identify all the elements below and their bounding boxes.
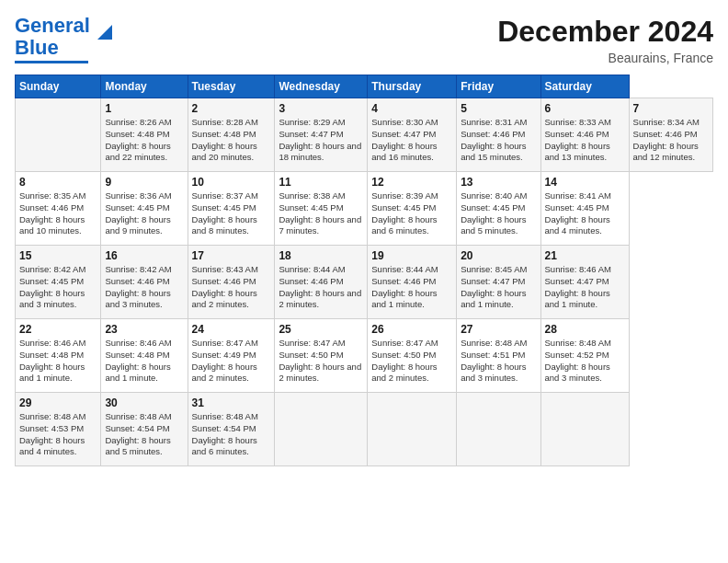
day-number: 28 <box>545 323 625 336</box>
day-info: Sunrise: 8:31 AMSunset: 4:46 PMDaylight:… <box>461 117 536 164</box>
location: Beaurains, France <box>497 51 713 65</box>
calendar-day-header: Friday <box>457 75 540 98</box>
day-number: 6 <box>545 102 625 115</box>
calendar-cell: 1Sunrise: 8:26 AMSunset: 4:48 PMDaylight… <box>101 98 188 172</box>
calendar-cell: 31Sunrise: 8:48 AMSunset: 4:54 PMDayligh… <box>188 393 275 466</box>
calendar-cell <box>457 393 540 466</box>
day-number: 26 <box>371 323 452 336</box>
calendar-week-row: 22Sunrise: 8:46 AMSunset: 4:48 PMDayligh… <box>16 319 713 393</box>
calendar-cell: 4Sunrise: 8:30 AMSunset: 4:47 PMDaylight… <box>368 98 457 172</box>
calendar-header-row: SundayMondayTuesdayWednesdayThursdayFrid… <box>16 75 713 98</box>
calendar-cell: 14Sunrise: 8:41 AMSunset: 4:45 PMDayligh… <box>540 172 629 246</box>
day-number: 21 <box>545 249 625 262</box>
calendar-cell: 20Sunrise: 8:45 AMSunset: 4:47 PMDayligh… <box>457 246 540 319</box>
calendar-cell: 9Sunrise: 8:36 AMSunset: 4:45 PMDaylight… <box>101 172 188 246</box>
calendar-cell <box>368 393 457 466</box>
calendar-cell <box>16 98 101 172</box>
day-info: Sunrise: 8:34 AMSunset: 4:46 PMDaylight:… <box>633 117 709 164</box>
day-info: Sunrise: 8:48 AMSunset: 4:54 PMDaylight:… <box>105 411 183 458</box>
day-number: 31 <box>192 396 271 409</box>
day-number: 2 <box>192 102 271 115</box>
day-number: 8 <box>19 176 97 189</box>
calendar-cell: 16Sunrise: 8:42 AMSunset: 4:46 PMDayligh… <box>101 246 188 319</box>
calendar-week-row: 15Sunrise: 8:42 AMSunset: 4:45 PMDayligh… <box>16 246 713 319</box>
day-number: 20 <box>461 249 536 262</box>
day-number: 24 <box>192 323 271 336</box>
calendar-cell: 13Sunrise: 8:40 AMSunset: 4:45 PMDayligh… <box>457 172 540 246</box>
logo-icon <box>92 19 118 45</box>
day-info: Sunrise: 8:29 AMSunset: 4:47 PMDaylight:… <box>279 117 363 164</box>
day-info: Sunrise: 8:43 AMSunset: 4:46 PMDaylight:… <box>192 264 271 311</box>
calendar-cell: 24Sunrise: 8:47 AMSunset: 4:49 PMDayligh… <box>188 319 275 393</box>
calendar-cell: 7Sunrise: 8:34 AMSunset: 4:46 PMDaylight… <box>629 98 712 172</box>
calendar-cell: 8Sunrise: 8:35 AMSunset: 4:46 PMDaylight… <box>16 172 101 246</box>
day-number: 30 <box>105 396 183 409</box>
day-number: 9 <box>105 176 183 189</box>
calendar-cell: 22Sunrise: 8:46 AMSunset: 4:48 PMDayligh… <box>16 319 101 393</box>
calendar-week-row: 8Sunrise: 8:35 AMSunset: 4:46 PMDaylight… <box>16 172 713 246</box>
day-info: Sunrise: 8:28 AMSunset: 4:48 PMDaylight:… <box>192 117 271 164</box>
day-number: 14 <box>545 176 625 189</box>
day-number: 7 <box>633 102 709 115</box>
calendar-table: SundayMondayTuesdayWednesdayThursdayFrid… <box>15 75 713 466</box>
day-number: 10 <box>192 176 271 189</box>
calendar-cell <box>540 393 629 466</box>
calendar-day-header: Saturday <box>540 75 629 98</box>
calendar-week-row: 1Sunrise: 8:26 AMSunset: 4:48 PMDaylight… <box>16 98 713 172</box>
day-info: Sunrise: 8:37 AMSunset: 4:45 PMDaylight:… <box>192 190 271 237</box>
calendar-day-header: Sunday <box>16 75 101 98</box>
calendar-cell: 19Sunrise: 8:44 AMSunset: 4:46 PMDayligh… <box>368 246 457 319</box>
day-number: 22 <box>19 323 97 336</box>
calendar-day-header: Tuesday <box>188 75 275 98</box>
day-number: 11 <box>279 176 363 189</box>
logo-underline <box>15 61 88 63</box>
title-block: December 2024 Beaurains, France <box>497 15 713 65</box>
logo-text: General Blue <box>15 15 90 59</box>
day-number: 19 <box>371 249 452 262</box>
page-header: General Blue December 2024 Beaurains, Fr… <box>15 15 713 65</box>
day-info: Sunrise: 8:44 AMSunset: 4:46 PMDaylight:… <box>371 264 452 311</box>
day-number: 4 <box>371 102 452 115</box>
day-info: Sunrise: 8:39 AMSunset: 4:45 PMDaylight:… <box>371 190 452 237</box>
calendar-cell: 6Sunrise: 8:33 AMSunset: 4:46 PMDaylight… <box>540 98 629 172</box>
calendar-cell: 26Sunrise: 8:47 AMSunset: 4:50 PMDayligh… <box>368 319 457 393</box>
day-number: 29 <box>19 396 97 409</box>
calendar-cell: 27Sunrise: 8:48 AMSunset: 4:51 PMDayligh… <box>457 319 540 393</box>
day-number: 27 <box>461 323 536 336</box>
day-info: Sunrise: 8:47 AMSunset: 4:49 PMDaylight:… <box>192 338 271 385</box>
day-info: Sunrise: 8:36 AMSunset: 4:45 PMDaylight:… <box>105 190 183 237</box>
day-info: Sunrise: 8:42 AMSunset: 4:46 PMDaylight:… <box>105 264 183 311</box>
day-info: Sunrise: 8:46 AMSunset: 4:48 PMDaylight:… <box>19 338 97 385</box>
month-title: December 2024 <box>497 15 713 49</box>
calendar-cell: 28Sunrise: 8:48 AMSunset: 4:52 PMDayligh… <box>540 319 629 393</box>
day-info: Sunrise: 8:38 AMSunset: 4:45 PMDaylight:… <box>279 190 363 237</box>
day-info: Sunrise: 8:48 AMSunset: 4:51 PMDaylight:… <box>461 338 536 385</box>
day-info: Sunrise: 8:46 AMSunset: 4:48 PMDaylight:… <box>105 338 183 385</box>
day-number: 3 <box>279 102 363 115</box>
calendar-cell: 30Sunrise: 8:48 AMSunset: 4:54 PMDayligh… <box>101 393 188 466</box>
day-info: Sunrise: 8:48 AMSunset: 4:52 PMDaylight:… <box>545 338 625 385</box>
logo: General Blue <box>15 15 118 63</box>
calendar-day-header: Monday <box>101 75 188 98</box>
day-number: 23 <box>105 323 183 336</box>
day-info: Sunrise: 8:35 AMSunset: 4:46 PMDaylight:… <box>19 190 97 237</box>
day-info: Sunrise: 8:41 AMSunset: 4:45 PMDaylight:… <box>545 190 625 237</box>
day-number: 1 <box>105 102 183 115</box>
calendar-cell: 25Sunrise: 8:47 AMSunset: 4:50 PMDayligh… <box>275 319 368 393</box>
day-number: 17 <box>192 249 271 262</box>
calendar-week-row: 29Sunrise: 8:48 AMSunset: 4:53 PMDayligh… <box>16 393 713 466</box>
calendar-cell: 10Sunrise: 8:37 AMSunset: 4:45 PMDayligh… <box>188 172 275 246</box>
day-info: Sunrise: 8:47 AMSunset: 4:50 PMDaylight:… <box>371 338 452 385</box>
day-info: Sunrise: 8:26 AMSunset: 4:48 PMDaylight:… <box>105 117 183 164</box>
svg-marker-0 <box>97 25 112 40</box>
day-number: 16 <box>105 249 183 262</box>
calendar-day-header: Wednesday <box>275 75 368 98</box>
day-info: Sunrise: 8:40 AMSunset: 4:45 PMDaylight:… <box>461 190 536 237</box>
day-info: Sunrise: 8:44 AMSunset: 4:46 PMDaylight:… <box>279 264 363 311</box>
day-info: Sunrise: 8:45 AMSunset: 4:47 PMDaylight:… <box>461 264 536 311</box>
calendar-cell: 18Sunrise: 8:44 AMSunset: 4:46 PMDayligh… <box>275 246 368 319</box>
calendar-cell: 15Sunrise: 8:42 AMSunset: 4:45 PMDayligh… <box>16 246 101 319</box>
day-info: Sunrise: 8:30 AMSunset: 4:47 PMDaylight:… <box>371 117 452 164</box>
day-number: 18 <box>279 249 363 262</box>
day-number: 12 <box>371 176 452 189</box>
